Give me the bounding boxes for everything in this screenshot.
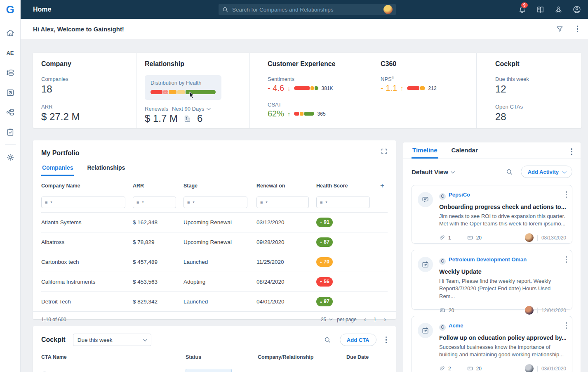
sentiments-metric[interactable]: - 4.6 ↓ 381K	[268, 83, 363, 93]
entry-title[interactable]: Onboarding progress check and actions to…	[439, 204, 566, 210]
col-renewal-on[interactable]: Renewal on	[256, 176, 316, 192]
cockpit-filter-select[interactable]: Due this week	[73, 334, 151, 346]
entry-more-icon[interactable]	[565, 321, 568, 330]
per-page-select[interactable]: 25	[321, 317, 331, 322]
entry-more-icon[interactable]	[565, 255, 568, 264]
nav-home-icon[interactable]	[0, 23, 20, 43]
greeting-more-icon[interactable]	[576, 25, 579, 33]
tab-companies[interactable]: Companies	[41, 160, 74, 176]
filter-stage[interactable]: ≡▾	[183, 197, 247, 208]
knowledge-book-icon[interactable]	[536, 5, 545, 14]
search-avatar[interactable]	[383, 5, 393, 14]
nav-journey-icon[interactable]	[0, 63, 20, 83]
view-select[interactable]: Default View	[412, 168, 448, 175]
nav-ae-item[interactable]: AE	[0, 43, 20, 63]
attachments-stat[interactable]: 2	[439, 365, 451, 372]
notifications-bell-icon[interactable]: 9	[518, 5, 527, 14]
trend-up-icon: ↑	[287, 110, 291, 117]
filter-funnel-icon[interactable]	[556, 25, 564, 33]
filter-renewal[interactable]: ≡▾	[256, 197, 309, 208]
comments-stat[interactable]: 20	[439, 307, 454, 314]
entry-more-icon[interactable]	[565, 190, 568, 199]
table-row[interactable]: Atlanta Systems$ 162,348Upcoming Renewal…	[41, 212, 388, 232]
chevron-down-icon	[143, 337, 147, 341]
entry-company-link[interactable]: PepsiCo	[449, 192, 470, 198]
comments-stat[interactable]: 20	[467, 235, 482, 241]
col-stage[interactable]: Stage	[183, 176, 256, 192]
open-ctas-count[interactable]: 28	[495, 111, 581, 123]
table-row[interactable]: California Instruments$ 453,563Adopting0…	[41, 272, 388, 291]
cta-row-partial[interactable]: Reference Request Albatross Mar 20	[41, 369, 388, 372]
timeline-entry[interactable]: CPetroleum Development Oman Weekly Updat…	[412, 250, 572, 310]
nav-settings-icon[interactable]	[0, 147, 20, 167]
global-search[interactable]	[219, 4, 396, 15]
current-page[interactable]: 1	[374, 317, 376, 322]
greeting-text: Hi Alex, Welcome to Gainsight!	[33, 26, 124, 33]
chevron-down-icon	[207, 106, 211, 110]
status-pill[interactable]	[186, 369, 232, 372]
health-distribution-bar[interactable]	[151, 90, 216, 94]
col-status[interactable]: Status	[186, 354, 258, 360]
col-cta-name[interactable]: CTA Name	[41, 354, 186, 360]
companies-count[interactable]: 18	[41, 83, 136, 95]
portfolio-title: My Portfolio	[41, 149, 79, 157]
search-input[interactable]	[232, 7, 383, 13]
tab-calendar[interactable]: Calendar	[451, 142, 479, 159]
nav-tasks-icon[interactable]	[0, 122, 20, 142]
timeline-more-icon[interactable]	[570, 147, 574, 156]
timeline-entry[interactable]: CPepsiCo Onboarding progress check and a…	[412, 185, 572, 244]
due-this-week-count[interactable]: 12	[495, 83, 581, 95]
nps-metric[interactable]: - 1.1 ↑ 212	[381, 83, 476, 93]
author-avatar[interactable]	[525, 306, 534, 315]
nav-relationships-icon[interactable]	[0, 102, 20, 122]
cockpit-search-icon[interactable]	[324, 336, 332, 344]
paperclip-icon	[439, 365, 445, 372]
author-avatar[interactable]	[525, 364, 534, 372]
tab-timeline[interactable]: Timeline	[412, 142, 438, 159]
col-health-score[interactable]: Health Score	[316, 176, 377, 192]
table-row[interactable]: Detroit Tech$ 829,342Launched04/01/2020 …	[41, 291, 388, 311]
entry-date: 12/04/2020	[537, 308, 566, 313]
distribution-by-health[interactable]: Distribution by Health	[145, 75, 221, 100]
profile-icon[interactable]	[572, 5, 581, 14]
cockpit-more-icon[interactable]	[385, 336, 388, 344]
arr-value[interactable]: $ 27.2 M	[41, 111, 136, 123]
author-avatar[interactable]	[525, 233, 534, 242]
filter-health[interactable]: ≡▾	[316, 197, 370, 208]
renewals-count[interactable]: 6	[197, 113, 202, 124]
renewals-filter[interactable]: Renewals Next 90 Days	[145, 106, 249, 112]
renewals-arr-value[interactable]: $ 1.7 M	[145, 113, 178, 124]
gainsight-logo[interactable]: G	[0, 0, 20, 19]
entry-company-link[interactable]: Petroleum Development Oman	[449, 256, 527, 263]
entry-title[interactable]: Follow up on education policy approved b…	[439, 334, 566, 341]
timeline-entry[interactable]: CAcme Follow up on education policy appr…	[412, 316, 572, 372]
table-row[interactable]: Albatross$ 78,829Upcoming Renewal09/28/2…	[41, 232, 388, 252]
entry-title[interactable]: Weekly Update	[439, 268, 566, 275]
filter-company-name[interactable]: ≡▾	[41, 197, 125, 208]
calendar-icon	[418, 257, 433, 272]
nav-scheduler-icon[interactable]	[0, 83, 20, 102]
add-activity-button[interactable]: Add Activity	[521, 166, 572, 178]
csat-metric[interactable]: 62% ↑ 365	[268, 109, 363, 118]
entry-company-link[interactable]: Acme	[449, 322, 463, 329]
col-company-relationship[interactable]: Company/Relationship	[258, 354, 346, 360]
col-arr[interactable]: ARR	[133, 176, 183, 192]
nps-mini-bar	[407, 86, 425, 90]
comments-stat[interactable]: 20	[467, 365, 482, 372]
entry-date: 08/13/2020	[537, 235, 566, 241]
prev-page-icon[interactable]: ‹	[362, 316, 368, 323]
add-cta-button[interactable]: Add CTA	[340, 334, 376, 346]
next-page-icon[interactable]: ›	[382, 316, 388, 323]
attachments-stat[interactable]: 1	[439, 235, 451, 241]
summary-cockpit-section: Cockpit Due this week 12 Open CTAs 28	[476, 53, 581, 128]
expand-icon[interactable]	[381, 148, 388, 155]
table-row[interactable]: Cartonbox tech$ 457,489Launched11/25/202…	[41, 252, 388, 272]
add-column-icon[interactable]: +	[380, 182, 384, 190]
community-share-icon[interactable]	[554, 5, 563, 14]
filter-arr[interactable]: ≡▾	[133, 197, 176, 208]
timeline-search-icon[interactable]	[506, 168, 513, 176]
tab-relationships[interactable]: Relationships	[86, 160, 126, 176]
col-due-date[interactable]: Due Date	[346, 354, 369, 360]
col-company-name[interactable]: Company Name	[41, 176, 133, 192]
comment-icon	[467, 365, 473, 372]
